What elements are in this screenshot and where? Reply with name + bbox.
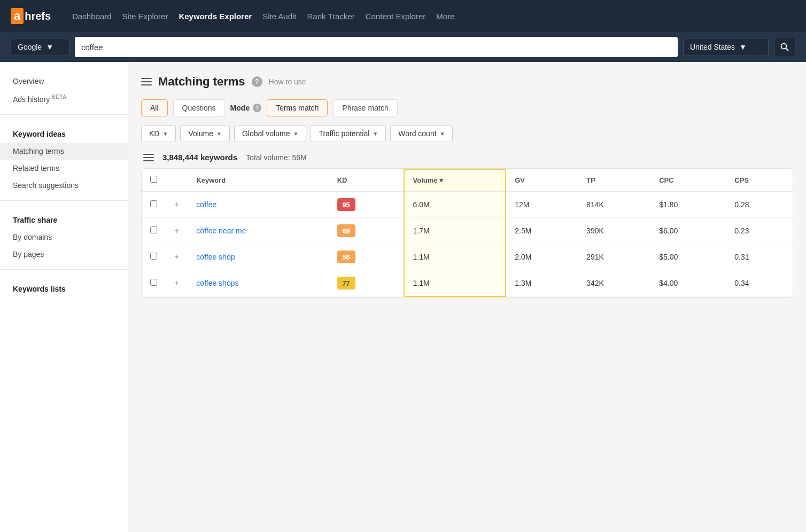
help-icon[interactable]: ? — [252, 76, 262, 87]
search-button[interactable] — [774, 37, 795, 57]
kd-dropdown[interactable]: KD ▼ — [141, 125, 176, 142]
kd-chevron: ▼ — [162, 131, 168, 137]
row-checkbox[interactable] — [150, 226, 157, 233]
keywords-lists-title: Keywords lists — [0, 276, 128, 298]
table-row: + coffee 95 6.0M 12M 814K $1.80 0.28 — [142, 191, 793, 218]
kd-cell: 56 — [329, 244, 404, 270]
beta-badge: BETA — [51, 94, 66, 100]
keywords-count: 3,848,444 keywords — [162, 153, 237, 162]
tab-questions[interactable]: Questions — [173, 99, 225, 116]
keyword-cell: coffee shops — [188, 270, 328, 296]
tp-cell: 291K — [578, 244, 650, 270]
col-cpc-header[interactable]: CPC — [650, 169, 726, 191]
add-keyword-btn[interactable]: + — [166, 218, 188, 244]
keyword-link[interactable]: coffee — [196, 200, 216, 209]
sidebar: Overview Ads historyBETA Keyword ideas M… — [0, 62, 128, 532]
row-checkbox[interactable] — [150, 253, 157, 260]
kd-badge: 69 — [337, 224, 355, 237]
gv-cell: 2.0M — [506, 244, 578, 270]
nav-item-site-audit[interactable]: Site Audit — [262, 10, 296, 23]
cpc-cell: $5.00 — [650, 244, 726, 270]
gv-cell: 1.3M — [506, 270, 578, 296]
hamburger-icon[interactable] — [141, 78, 152, 85]
sidebar-divider-3 — [0, 269, 128, 270]
sidebar-item-by-domains[interactable]: By domains — [0, 229, 128, 246]
col-volume-header[interactable]: Volume ▾ — [404, 169, 506, 191]
volume-cell: 1.1M — [404, 244, 506, 270]
sidebar-item-ads-history[interactable]: Ads historyBETA — [0, 90, 128, 108]
table-body: + coffee 95 6.0M 12M 814K $1.80 0.28 + c… — [142, 191, 793, 296]
col-tp-header[interactable]: TP — [578, 169, 650, 191]
keyword-link[interactable]: coffee shop — [196, 253, 235, 261]
tab-terms-match[interactable]: Terms match — [267, 99, 328, 116]
table-header-row: Keyword KD Volume ▾ GV TP — [142, 169, 793, 191]
col-gv-header[interactable]: GV — [506, 169, 578, 191]
add-keyword-btn[interactable]: + — [166, 270, 188, 296]
keyword-cell: coffee — [188, 191, 328, 218]
search-input[interactable] — [81, 43, 671, 52]
sidebar-item-related-terms[interactable]: Related terms — [0, 160, 128, 177]
gv-cell: 2.5M — [506, 218, 578, 244]
col-cps-header[interactable]: CPS — [726, 169, 793, 191]
cps-cell: 0.23 — [726, 218, 793, 244]
tp-cell: 390K — [578, 218, 650, 244]
engine-select[interactable]: Google ▼ — [11, 38, 69, 56]
volume-cell: 1.7M — [404, 218, 506, 244]
kd-badge: 95 — [337, 198, 355, 211]
add-keyword-btn[interactable]: + — [166, 191, 188, 218]
wc-chevron: ▼ — [440, 131, 445, 137]
kd-cell: 95 — [329, 191, 404, 218]
logo-text: hrefs — [25, 10, 51, 22]
mode-label: Mode ? — [230, 104, 262, 112]
sidebar-item-search-suggestions[interactable]: Search suggestions — [0, 177, 128, 194]
kd-cell: 77 — [329, 270, 404, 296]
select-all-checkbox[interactable] — [150, 176, 157, 183]
row-checkbox[interactable] — [150, 279, 157, 286]
row-checkbox[interactable] — [150, 200, 157, 207]
table-row: + coffee near me 69 1.7M 2.5M 390K $6.00… — [142, 218, 793, 244]
engine-label: Google — [18, 43, 42, 51]
volume-dropdown[interactable]: Volume ▼ — [180, 125, 230, 142]
col-keyword-header[interactable]: Keyword — [188, 169, 328, 191]
sidebar-item-by-pages[interactable]: By pages — [0, 246, 128, 263]
nav-item-site-explorer[interactable]: Site Explorer — [122, 10, 168, 23]
results-summary: 3,848,444 keywords Total volume: 56M — [141, 153, 793, 162]
nav-item-more[interactable]: More — [436, 10, 454, 23]
col-kd-header[interactable]: KD — [329, 169, 404, 191]
volume-cell: 6.0M — [404, 191, 506, 218]
mode-help-icon[interactable]: ? — [253, 104, 261, 112]
keyword-cell: coffee near me — [188, 218, 328, 244]
sidebar-divider-1 — [0, 114, 128, 115]
cpc-cell: $4.00 — [650, 270, 726, 296]
tab-phrase-match[interactable]: Phrase match — [333, 99, 397, 116]
add-keyword-btn[interactable]: + — [166, 244, 188, 270]
search-bar: Google ▼ United States ▼ — [0, 32, 806, 62]
keyword-link[interactable]: coffee shops — [196, 279, 238, 287]
sidebar-item-matching-terms[interactable]: Matching terms — [0, 143, 128, 160]
row-checkbox-cell — [142, 191, 166, 218]
nav-item-rank-tracker[interactable]: Rank Tracker — [307, 10, 355, 23]
country-chevron: ▼ — [739, 43, 747, 51]
keyword-link[interactable]: coffee near me — [196, 226, 246, 235]
how-to-use-link[interactable]: How to use — [269, 77, 306, 86]
sidebar-item-overview[interactable]: Overview — [0, 73, 128, 90]
country-select[interactable]: United States ▼ — [683, 38, 769, 56]
gv-cell: 12M — [506, 191, 578, 218]
keywords-table: Keyword KD Volume ▾ GV TP — [141, 168, 793, 298]
nav-item-dashboard[interactable]: Dashboard — [72, 10, 111, 23]
svg-line-1 — [786, 49, 788, 51]
tab-all[interactable]: All — [141, 99, 168, 116]
row-checkbox-cell — [142, 244, 166, 270]
word-count-dropdown[interactable]: Word count ▼ — [390, 125, 453, 142]
country-label: United States — [690, 43, 735, 51]
traffic-potential-dropdown[interactable]: Traffic potential ▼ — [311, 125, 386, 142]
filter-row: All Questions Mode ? Terms match Phrase … — [141, 99, 793, 116]
logo[interactable]: a hrefs — [11, 8, 51, 24]
sidebar-divider-2 — [0, 200, 128, 201]
volume-cell: 1.1M — [404, 270, 506, 296]
nav-item-content-explorer[interactable]: Content Explorer — [366, 10, 426, 23]
col-select-all[interactable] — [142, 169, 166, 191]
global-volume-dropdown[interactable]: Global volume ▼ — [234, 125, 306, 142]
search-icon — [780, 43, 789, 51]
nav-item-keywords-explorer[interactable]: Keywords Explorer — [179, 10, 252, 23]
